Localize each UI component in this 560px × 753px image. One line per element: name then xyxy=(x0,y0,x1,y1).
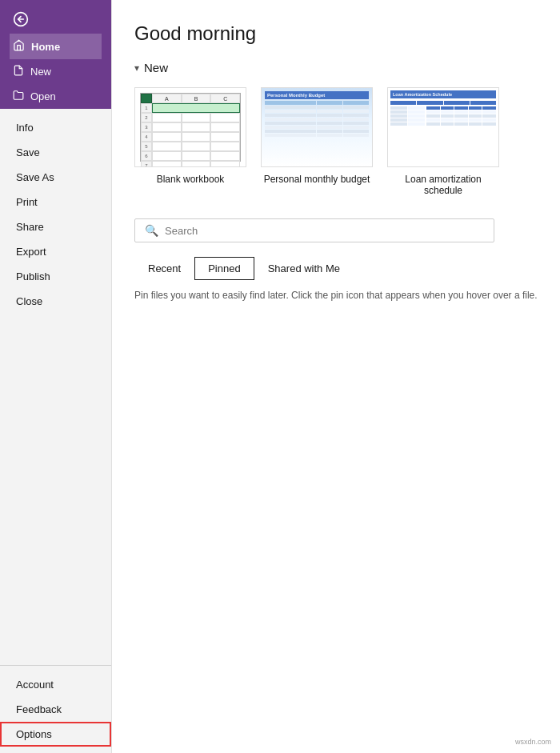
page-title: Good morning xyxy=(134,22,538,45)
sidebar-item-home[interactable]: Home xyxy=(10,34,102,59)
sidebar-item-new[interactable]: New xyxy=(10,59,102,84)
sidebar-item-open[interactable]: Open xyxy=(10,84,102,109)
home-icon xyxy=(13,39,25,54)
template-loan-label: Loan amortization schedule xyxy=(387,174,499,196)
sidebar-item-export[interactable]: Export xyxy=(0,239,111,264)
sidebar-item-save[interactable]: Save xyxy=(0,140,111,165)
sidebar-item-publish[interactable]: Publish xyxy=(0,264,111,289)
sidebar-item-new-label: New xyxy=(30,66,51,78)
open-folder-icon xyxy=(13,90,24,103)
template-loan-thumb: Loan Amortization Schedule xyxy=(387,87,499,167)
section-heading-new-label: New xyxy=(144,61,168,74)
search-icon: 🔍 xyxy=(145,224,158,237)
tab-pinned[interactable]: Pinned xyxy=(194,257,254,280)
template-blank-thumb: A B C 1 2 3 4 5 6 xyxy=(134,87,246,167)
main-content: Good morning ▾ New A B C 1 xyxy=(112,0,560,753)
sidebar-item-print[interactable]: Print xyxy=(0,190,111,214)
file-tabs: Recent Pinned Shared with Me xyxy=(134,257,538,280)
watermark: wsxdn.com xyxy=(513,737,554,747)
template-blank-label: Blank workbook xyxy=(157,174,225,185)
sidebar-top: Home New Open xyxy=(0,0,111,109)
sidebar-item-options[interactable]: Options xyxy=(0,722,111,747)
sidebar-bottom: Account Feedback Options xyxy=(0,665,111,753)
template-personal-budget-label: Personal monthly budget xyxy=(264,174,370,185)
section-heading-new: ▾ New xyxy=(134,61,538,74)
sidebar-item-open-label: Open xyxy=(30,90,56,102)
template-personal-budget[interactable]: Personal Monthly Budget xyxy=(261,87,373,196)
tab-shared[interactable]: Shared with Me xyxy=(254,257,354,280)
template-blank[interactable]: A B C 1 2 3 4 5 6 xyxy=(134,87,246,196)
tab-recent[interactable]: Recent xyxy=(134,257,194,280)
sidebar-item-close[interactable]: Close xyxy=(0,289,111,314)
pin-message: Pin files you want to easily find later.… xyxy=(134,290,538,301)
chevron-down-icon: ▾ xyxy=(134,62,139,74)
sidebar-item-save-as[interactable]: Save As xyxy=(0,165,111,190)
templates-grid: A B C 1 2 3 4 5 6 xyxy=(134,87,538,196)
sidebar: Home New Open Info Save Save As Print xyxy=(0,0,112,753)
sidebar-item-feedback[interactable]: Feedback xyxy=(0,697,111,722)
template-personal-budget-thumb: Personal Monthly Budget xyxy=(261,87,373,167)
search-input[interactable] xyxy=(165,225,484,237)
sidebar-menu: Info Save Save As Print Share Export Pub… xyxy=(0,109,111,665)
new-doc-icon xyxy=(13,65,24,78)
sidebar-item-account[interactable]: Account xyxy=(0,672,111,697)
sidebar-item-info[interactable]: Info xyxy=(0,115,111,140)
sidebar-item-share[interactable]: Share xyxy=(0,214,111,239)
template-loan[interactable]: Loan Amortization Schedule xyxy=(387,87,499,196)
search-container: 🔍 xyxy=(134,218,494,242)
back-button[interactable] xyxy=(10,8,32,30)
sidebar-item-home-label: Home xyxy=(31,41,60,53)
